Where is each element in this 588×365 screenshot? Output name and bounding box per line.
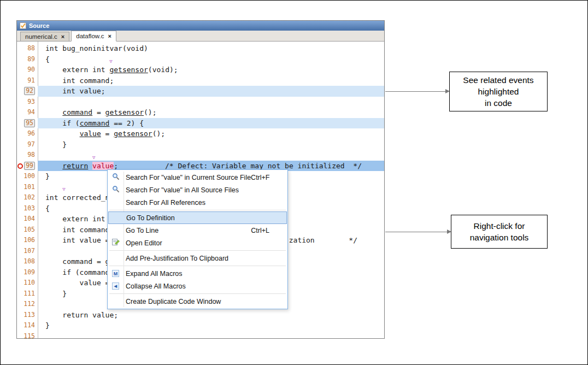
line-number: 95: [24, 119, 35, 127]
tab-close-icon[interactable]: ×: [108, 33, 111, 39]
code-text[interactable]: [38, 331, 384, 339]
code-line-94: 94 command = getsensor();: [17, 107, 384, 118]
line-gutter: 94: [17, 107, 38, 118]
code-text[interactable]: return value;: [38, 310, 384, 321]
callout-text-line: navigation tools: [451, 232, 547, 243]
menu-item-expand-all-macros[interactable]: MExpand All Macros: [108, 267, 287, 280]
code-text[interactable]: }: [38, 320, 384, 331]
menu-item-shortcut: Ctrl+F: [251, 174, 284, 181]
code-text[interactable]: }: [38, 139, 384, 150]
code-line-115: 115: [17, 331, 384, 339]
code-segment: int command;: [45, 226, 114, 234]
linked-token[interactable]: getsensor: [114, 129, 152, 138]
line-gutter: 93: [17, 97, 38, 108]
line-number: 103: [23, 203, 35, 214]
tab-numerical-c[interactable]: numerical.c×: [20, 32, 69, 41]
code-text[interactable]: {: [38, 54, 384, 65]
menu-item-label: Add Pre-Justification To Clipboard: [123, 255, 228, 262]
arrow-to-events-callout: [385, 91, 445, 92]
callout-text-line: See related events highlighted: [450, 74, 547, 97]
expand-macros-icon: M: [112, 270, 119, 277]
code-text[interactable]: value = getsensor();: [38, 128, 384, 139]
code-line-113: 113 return value;: [17, 310, 384, 321]
code-text[interactable]: int command;: [38, 75, 384, 86]
code-text[interactable]: extern int getsensor(void);▽: [38, 64, 384, 75]
linked-token[interactable]: return: [62, 162, 88, 170]
tooltip-marker-icon[interactable]: ▽: [62, 187, 65, 192]
menu-item-icon-slot: [108, 185, 123, 195]
menu-item-go-to-line[interactable]: Go To LineCtrl+L: [108, 224, 287, 237]
line-gutter: 106: [17, 235, 38, 246]
code-segment: [45, 108, 62, 116]
code-text[interactable]: [38, 97, 384, 108]
linked-token[interactable]: value: [80, 129, 101, 138]
line-number: 108: [23, 256, 35, 267]
line-number: 114: [23, 320, 35, 331]
line-gutter: 103: [17, 203, 38, 214]
code-line-95: 95 if (command == 2) {: [17, 118, 384, 129]
linked-token[interactable]: command: [62, 108, 92, 116]
tab-dataflow-c[interactable]: dataflow.c×: [71, 31, 116, 42]
line-number: 89: [27, 54, 35, 65]
code-segment: if (command: [45, 268, 109, 276]
menu-item-go-to-definition[interactable]: Go To Definition: [108, 211, 287, 224]
tab-close-icon[interactable]: ×: [61, 34, 64, 40]
arrow-to-navigation-callout: [385, 232, 447, 232]
defect-marker-icon[interactable]: [17, 163, 23, 169]
collapse-macros-icon: ◀: [112, 282, 119, 290]
tooltip-marker-icon[interactable]: ▽: [109, 59, 112, 64]
code-segment: }: [45, 290, 67, 298]
line-gutter: 104: [17, 214, 38, 225]
window-titlebar[interactable]: Source: [17, 21, 384, 31]
menu-item-search-for-value-in-all-source-files[interactable]: Search For "value" in All Source Files: [108, 184, 287, 196]
code-segment: return value;: [45, 311, 118, 319]
line-gutter: 96: [17, 128, 38, 139]
linked-token[interactable]: command: [80, 119, 110, 127]
code-text[interactable]: int bug_noninitvar(void)▽: [38, 43, 384, 54]
code-text[interactable]: int value;: [38, 86, 384, 97]
defect-token[interactable]: value: [92, 162, 114, 170]
tooltip-marker-icon[interactable]: ▽: [62, 42, 65, 43]
code-segment: ();: [152, 129, 165, 138]
code-line-92: 92 int value;: [17, 86, 384, 97]
code-text[interactable]: if (command == 2) {: [38, 118, 384, 129]
line-gutter: 100: [17, 171, 38, 182]
callout-navigation-tools: Right-click for navigation tools: [451, 215, 548, 249]
menu-item-label: Go To Line: [123, 227, 158, 234]
search-icon: [112, 173, 120, 182]
line-gutter: 98: [17, 150, 38, 161]
code-text[interactable]: command = getsensor();: [38, 107, 384, 118]
line-number: 92: [24, 87, 35, 95]
code-line-90: 90 extern int getsensor(void);▽: [17, 64, 384, 75]
line-number: 93: [27, 97, 35, 108]
line-gutter: 113: [17, 310, 38, 321]
code-segment: zation */: [289, 235, 357, 246]
menu-item-search-for-value-in-current-source-file[interactable]: Search For "value" in Current Source Fil…: [108, 171, 287, 184]
code-segment: int corrected_no: [45, 193, 114, 202]
tab-label: dataflow.c: [76, 33, 104, 39]
menu-item-icon-slot: [108, 173, 123, 182]
menu-item-label: Expand All Macros: [123, 270, 183, 278]
code-segment: }: [45, 321, 50, 329]
code-segment: int value;: [45, 87, 105, 95]
line-gutter: 102: [17, 192, 38, 203]
tooltip-marker-icon[interactable]: ▽: [92, 155, 95, 160]
code-segment: }: [45, 140, 67, 149]
line-number: 101: [23, 182, 35, 193]
line-number: 109: [23, 267, 35, 278]
menu-item-search-for-all-references[interactable]: Search For All References: [108, 196, 287, 209]
line-gutter: 111: [17, 289, 38, 299]
code-segment: extern int: [45, 66, 109, 74]
code-text[interactable]: [38, 150, 384, 161]
menu-item-create-duplicate-code-window[interactable]: Create Duplicate Code Window: [108, 295, 287, 308]
code-line-93: 93: [17, 97, 384, 108]
line-gutter: 112: [17, 299, 38, 310]
menu-item-collapse-all-macros[interactable]: ◀Collapse All Macros: [108, 280, 287, 292]
menu-item-add-pre-justification-to-clipboard[interactable]: Add Pre-Justification To Clipboard: [108, 252, 287, 264]
line-number: 99: [24, 162, 35, 170]
linked-token[interactable]: getsensor: [105, 108, 144, 116]
code-segment: int bug_noninitvar(void): [45, 44, 148, 52]
line-number: 102: [23, 192, 35, 203]
menu-item-open-editor[interactable]: Open Editor: [108, 237, 287, 249]
linked-token[interactable]: getsensor: [109, 66, 148, 74]
